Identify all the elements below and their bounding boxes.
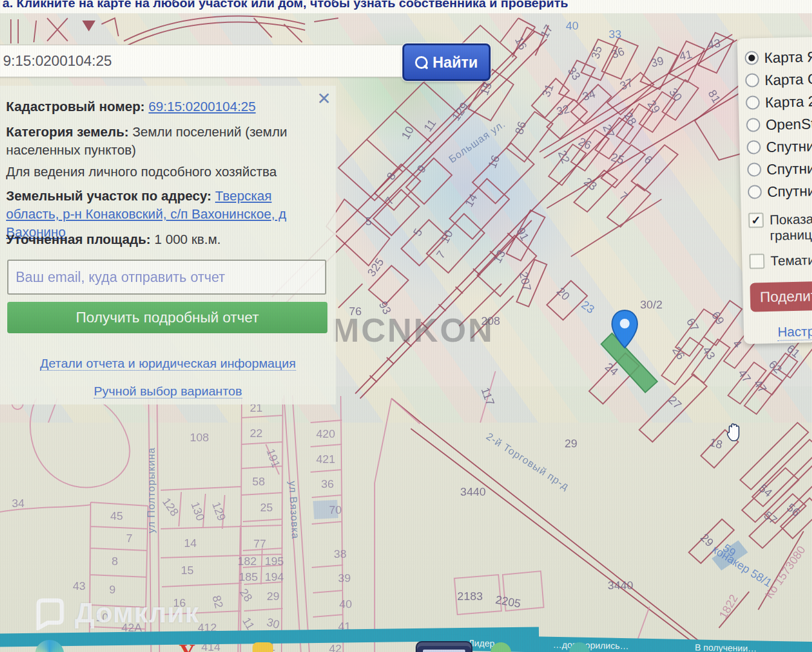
parcel-number: 129 <box>450 100 471 124</box>
parcel-number: 117 <box>478 386 497 408</box>
parcel-number: 56 <box>784 501 802 519</box>
radio-icon[interactable] <box>747 140 761 155</box>
report-details-link[interactable]: Детали отчета и юридическая информация <box>40 356 295 371</box>
layer-option-label: Спутни <box>767 182 812 200</box>
hand-cursor-icon <box>724 423 746 447</box>
browser-icon[interactable] <box>35 640 64 652</box>
layer-option-5[interactable]: Спутни <box>747 133 812 158</box>
watermark: MCNKON <box>331 310 494 350</box>
keyboard-icon[interactable] <box>416 641 472 652</box>
radio-icon[interactable] <box>746 95 760 110</box>
parcel-number: 129 <box>209 500 228 522</box>
parcel-number: 3440 <box>608 579 633 592</box>
parcel-number: 10 <box>399 124 417 141</box>
parcel-number: 39 <box>649 54 665 71</box>
map-layers-panel: Карта ЯКарта GКарта 2OpenStСпутниСпутниС… <box>737 36 812 344</box>
parcel-number: 29 <box>266 590 279 603</box>
layer-option-label: Карта G <box>764 70 812 88</box>
parcel-number: 7 <box>617 189 631 203</box>
parcel-number: 30/2 <box>640 298 663 312</box>
parcel-number: 15 <box>181 564 193 577</box>
parcel-number: 54 <box>756 482 775 500</box>
parcel-number: 45 <box>110 510 123 523</box>
cadastral-search-input[interactable] <box>0 45 405 77</box>
layer-checkbox-1[interactable]: ✓Показать границы <box>749 210 812 244</box>
parcel-number: 62 <box>766 358 785 377</box>
parcel-number: 47 <box>735 367 753 385</box>
parcel-number: 28 <box>621 110 639 127</box>
radio-icon[interactable] <box>745 73 759 88</box>
parcel-number: 182 <box>237 555 257 568</box>
layer-option-6[interactable]: Спутни <box>747 156 812 181</box>
parcel-number: 30 <box>265 616 281 632</box>
domclick-logo-text: Домклик <box>75 596 199 629</box>
parcel-number: 24 <box>602 360 620 379</box>
layer-option-7[interactable]: Спутни <box>747 178 812 203</box>
parcel-number: 36 <box>610 45 626 62</box>
street-label: ул Полторыкина <box>146 447 158 534</box>
parcel-number: 2205 <box>494 593 521 610</box>
manual-select-link[interactable]: Ручной выбор вариантов <box>94 384 242 398</box>
layer-options: Карта ЯКарта GКарта 2OpenStСпутниСпутниС… <box>744 44 812 203</box>
settings-link[interactable]: Настро <box>778 324 812 341</box>
street-label: ул Вязовка <box>286 481 301 539</box>
parcel-number: 40 <box>339 598 352 611</box>
parcel-number: 130 <box>188 500 207 522</box>
parcel-number: 13 <box>491 248 508 266</box>
parcel-number: 37 <box>618 76 635 93</box>
layer-option-4[interactable]: OpenSt <box>746 111 812 136</box>
find-button[interactable]: Найти <box>402 43 491 81</box>
teal-app-icon[interactable] <box>569 642 590 652</box>
parcel-number: 25 <box>260 501 272 514</box>
parcel-number: 16 <box>512 35 530 52</box>
y-icon[interactable]: Y <box>179 639 195 652</box>
green-app-icon[interactable] <box>491 642 511 652</box>
parcel-number: 36 <box>321 478 334 491</box>
parcel-number: 31 <box>540 82 556 98</box>
parcel-number: 16 <box>486 153 503 170</box>
parcel-number: 7 <box>434 248 448 261</box>
parcel-number: 40 <box>566 19 578 33</box>
street-label: 2-й Торговый пр-д <box>484 430 571 493</box>
layer-option-1[interactable]: Карта Я <box>744 44 812 69</box>
domclick-logo: Домклик <box>31 595 199 630</box>
radio-icon[interactable] <box>747 162 762 177</box>
category-label: Категория земель: <box>6 124 129 139</box>
checkbox-icon[interactable] <box>749 254 765 269</box>
parcel-number: 35 <box>589 45 605 60</box>
layer-option-label: OpenSt <box>765 115 812 133</box>
share-button[interactable]: Поделить <box>750 281 812 312</box>
layer-option-3[interactable]: Карта 2 <box>746 89 812 113</box>
email-input[interactable] <box>7 260 326 295</box>
area-value: 1 000 кв.м. <box>155 232 221 247</box>
screen: 1740163335363941433337343132282930812627… <box>0 0 812 652</box>
parcel-number: 9 <box>109 583 116 596</box>
radio-icon[interactable] <box>746 118 761 132</box>
parcel-number: 26 <box>669 344 688 362</box>
parcel-number: 23 <box>579 298 597 316</box>
parcel-number: 70 <box>329 503 341 517</box>
parcel-number: 22 <box>250 427 262 440</box>
parcel-number: 1822 <box>717 592 741 621</box>
parcel-number: 420 <box>316 427 335 441</box>
parcel-number: 421 <box>316 453 335 466</box>
parcel-number: 61 <box>784 342 802 360</box>
parcel-number: 8 <box>112 555 118 568</box>
parcel-number: 69 <box>709 309 727 327</box>
checkbox-icon[interactable]: ✓ <box>749 213 764 228</box>
parcel-number: 67 <box>683 316 701 334</box>
parcel-number: 17 <box>538 22 556 40</box>
get-report-button[interactable]: Получить подробный отчет <box>7 302 327 333</box>
radio-icon[interactable] <box>748 185 762 199</box>
parcel-number: 34 <box>581 87 598 103</box>
cadastral-number-link[interactable]: 69:15:0200104:25 <box>149 99 256 114</box>
report-details-row: Детали отчета и юридическая информация <box>0 356 336 371</box>
parcel-number: 29 <box>564 437 577 450</box>
address-label: Земельный участок по адресу: <box>6 188 211 203</box>
yellow-app-icon[interactable] <box>253 642 273 652</box>
layer-checkbox-2[interactable]: Тематиче <box>749 251 812 269</box>
layer-option-2[interactable]: Карта G <box>745 66 812 91</box>
radio-icon[interactable] <box>744 51 759 65</box>
category-row: Категория земель: Земли поселений (земли… <box>6 123 326 159</box>
parcel-number: 5 <box>366 215 372 228</box>
